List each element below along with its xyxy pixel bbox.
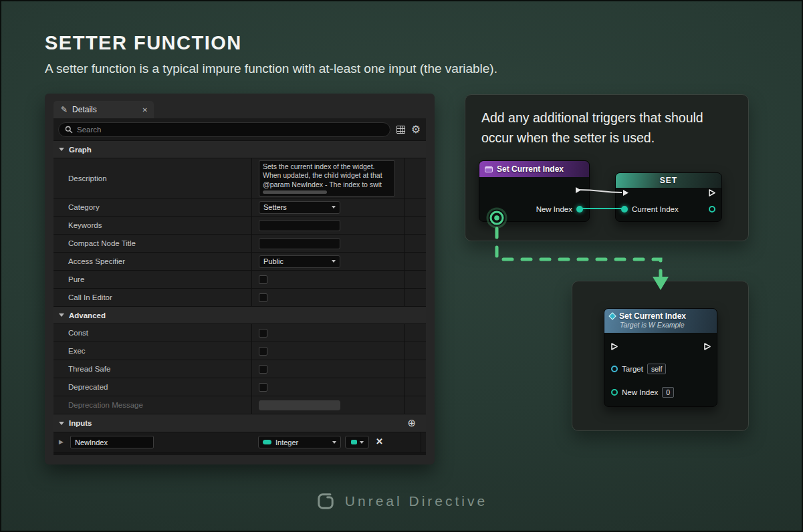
exec-output-pin[interactable] [707, 188, 716, 197]
input-name-field[interactable]: NewIndex [70, 436, 154, 448]
node-title: Set Current Index [619, 311, 686, 321]
reset-column [404, 217, 426, 234]
exec-checkbox[interactable] [259, 347, 267, 356]
pin-label: New Index [622, 388, 658, 396]
target-value-box[interactable]: self [647, 364, 666, 374]
new-index-value-box[interactable]: 0 [662, 387, 674, 398]
row-label: Thread Safe [53, 360, 251, 378]
row-label: Keywords [53, 217, 251, 234]
row-thread-safe: Thread Safe [53, 360, 426, 378]
category-dropdown[interactable]: Setters [259, 201, 340, 214]
expander-icon[interactable]: ▶ [59, 438, 64, 445]
chevron-down-icon [59, 422, 64, 425]
description-textbox[interactable]: Sets the current index of the widget. Wh… [259, 160, 395, 196]
pin-label: New Index [536, 205, 572, 213]
view-options-icon[interactable] [396, 126, 405, 134]
search-icon [65, 126, 73, 134]
reset-column [404, 253, 426, 270]
call-in-editor-checkbox[interactable] [259, 293, 267, 302]
settings-gear-icon[interactable]: ⚙ [411, 124, 421, 135]
keywords-input[interactable] [259, 220, 340, 231]
const-checkbox[interactable] [259, 329, 267, 338]
reset-column [404, 235, 426, 252]
search-row: ⚙ [53, 118, 426, 141]
chevron-down-icon [59, 148, 64, 151]
remove-input-icon[interactable]: ✕ [376, 436, 383, 446]
search-box[interactable] [58, 122, 390, 137]
node-set-variable[interactable]: SET Current Index [615, 172, 722, 222]
section-label: Graph [69, 146, 92, 154]
section-header-graph[interactable]: Graph [53, 141, 426, 158]
callout-text: Add any additional triggers that should … [481, 108, 738, 148]
node-header: Set Current Index Target is W Example [604, 309, 717, 333]
pin-row-current-index: Current Index [621, 204, 679, 215]
callout-card-top: Add any additional triggers that should … [465, 94, 749, 241]
chevron-down-icon [59, 313, 64, 317]
row-label: Exec [53, 342, 251, 360]
add-input-icon[interactable]: ⊕ [407, 417, 416, 429]
pin-row-new-index: New Index 0 [611, 387, 674, 398]
row-deprecation-message: Deprecation Message [53, 396, 426, 414]
single-container-icon [351, 440, 357, 444]
exec-output-pin[interactable] [703, 342, 711, 351]
row-access-specifier: Access Specifier Public [53, 253, 426, 271]
row-label: Deprecation Message [53, 396, 251, 414]
row-call-in-editor: Call In Editor [53, 289, 426, 307]
pure-checkbox[interactable] [259, 275, 267, 284]
section-label: Advanced [69, 311, 106, 319]
footer-brand: Unreal Directive [1, 491, 802, 511]
tab-label: Details [72, 105, 97, 114]
new-index-input-pin[interactable] [611, 389, 618, 396]
row-deprecated: Deprecated [53, 378, 426, 396]
node-title: Set Current Index [497, 164, 564, 174]
target-input-pin[interactable] [611, 366, 618, 372]
thread-safe-checkbox[interactable] [259, 365, 267, 374]
access-specifier-dropdown[interactable]: Public [259, 255, 340, 268]
pin-row-target: Target self [611, 364, 666, 374]
description-scrollbar[interactable] [263, 190, 327, 194]
row-label: Pure [53, 271, 251, 288]
row-label: Description [53, 158, 251, 198]
reset-column [404, 396, 426, 414]
container-type-dropdown[interactable] [345, 436, 369, 448]
exec-input-pin[interactable] [621, 188, 630, 197]
row-compact-node-title: Compact Node Title [53, 235, 426, 253]
deprecated-checkbox[interactable] [259, 383, 267, 392]
reset-column [404, 324, 426, 342]
section-header-inputs[interactable]: Inputs ⊕ [53, 414, 426, 432]
node-header: Set Current Index [479, 161, 589, 177]
reset-column [404, 378, 426, 396]
current-index-input-pin[interactable] [621, 206, 628, 213]
exec-output-pin[interactable] [574, 186, 582, 194]
callout-card-bottom: Set Current Index Target is W Example Ta… [572, 281, 749, 431]
unreal-directive-logo [316, 491, 336, 511]
row-label: Call In Editor [53, 289, 251, 306]
tab-close-icon[interactable]: ✕ [142, 106, 148, 114]
chevron-down-icon [332, 206, 336, 209]
page-title: SETTER FUNCTION [45, 32, 242, 54]
search-input[interactable] [77, 126, 384, 134]
input-type-dropdown[interactable]: Integer [258, 436, 341, 448]
row-pure: Pure [53, 271, 426, 289]
current-index-output-pin[interactable] [709, 206, 715, 213]
section-header-advanced[interactable]: Advanced [53, 307, 426, 324]
exec-input-pin[interactable] [610, 342, 618, 351]
new-index-pin[interactable] [576, 206, 583, 213]
tab-details[interactable]: ✎ Details ✕ [53, 101, 154, 118]
pin-row-new-index: New Index [536, 204, 583, 215]
node-set-current-index-function[interactable]: Set Current Index Target is W Example Ta… [604, 308, 717, 407]
chevron-down-icon [332, 441, 336, 444]
pin-label: Target [622, 365, 643, 373]
row-exec: Exec [53, 342, 426, 360]
compact-node-title-input[interactable] [259, 238, 340, 249]
row-keywords: Keywords [53, 217, 426, 235]
node-set-current-index[interactable]: Set Current Index New Index [479, 160, 590, 222]
row-label: Access Specifier [53, 253, 251, 270]
row-label: Compact Node Title [53, 235, 251, 252]
row-const: Const [53, 324, 426, 342]
brand-text: Unreal Directive [345, 493, 487, 509]
node-title: SET [660, 176, 677, 185]
tutorial-canvas: { "page": { "title": "SETTER FUNCTION", … [0, 0, 803, 532]
pencil-icon: ✎ [61, 105, 68, 114]
row-label: Const [53, 324, 251, 342]
